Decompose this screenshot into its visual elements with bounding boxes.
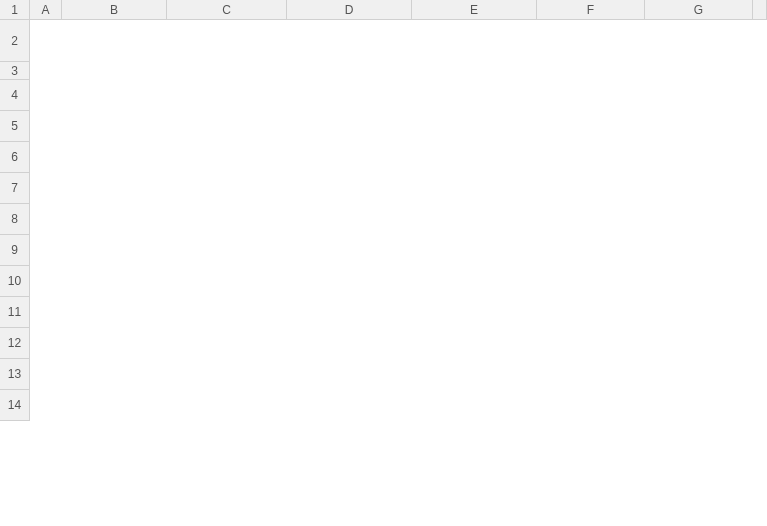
row-header-13[interactable]: 13 [0,359,30,390]
row-header-9[interactable]: 9 [0,235,30,266]
row-header-2[interactable]: 2 [0,20,30,62]
row-header-6[interactable]: 6 [0,142,30,173]
row-header-12[interactable]: 12 [0,328,30,359]
row-header-8[interactable]: 8 [0,204,30,235]
row-header-4[interactable]: 4 [0,80,30,111]
column-header-G[interactable]: G [645,0,753,20]
column-header-E[interactable]: E [412,0,537,20]
row-header-5[interactable]: 5 [0,111,30,142]
spreadsheet-grid[interactable]: ABCDEFG1234567891011121314 [0,0,767,421]
row-header-11[interactable]: 11 [0,297,30,328]
column-header-B[interactable]: B [62,0,167,20]
column-header-F[interactable]: F [537,0,645,20]
column-header-C[interactable]: C [167,0,287,20]
row-header-1[interactable]: 1 [0,0,30,20]
row-header-14[interactable]: 14 [0,390,30,421]
row-header-3[interactable]: 3 [0,62,30,80]
column-header-D[interactable]: D [287,0,412,20]
row-header-7[interactable]: 7 [0,173,30,204]
column-header-extra[interactable] [753,0,767,20]
row-header-10[interactable]: 10 [0,266,30,297]
column-header-A[interactable]: A [30,0,62,20]
